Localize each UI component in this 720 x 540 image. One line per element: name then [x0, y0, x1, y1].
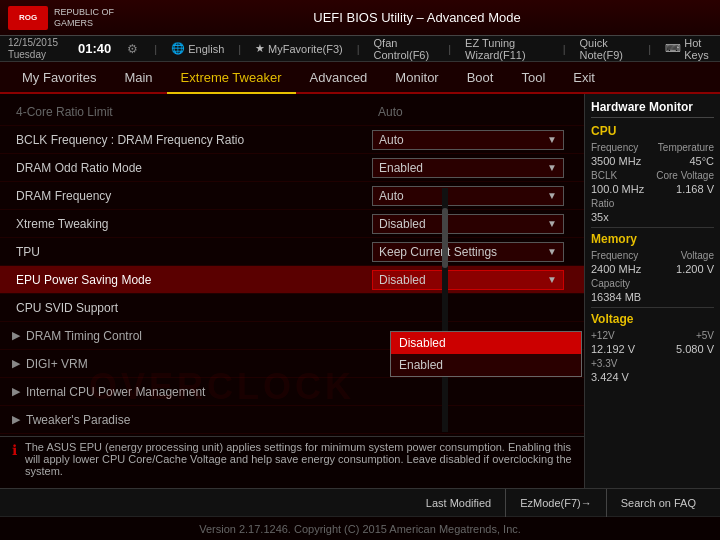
dropdown-xtreme-value: Disabled — [379, 217, 426, 231]
expand-tweakers-paradise[interactable]: ▶ Tweaker's Paradise — [0, 406, 584, 434]
ez-tuning-label: EZ Tuning Wizard(F11) — [465, 37, 549, 61]
rog-logo: ROG — [8, 6, 48, 30]
hw-cpu-title: CPU — [591, 124, 714, 138]
scrollbar-thumb[interactable] — [442, 208, 448, 268]
nav-my-favorites[interactable]: My Favorites — [8, 61, 110, 93]
expand-label-tweakers: Tweaker's Paradise — [26, 413, 130, 427]
dropdown-option-disabled[interactable]: Disabled — [391, 332, 581, 354]
quick-note-btn[interactable]: Quick Note(F9) — [580, 37, 635, 61]
my-favorites-btn[interactable]: ★ MyFavorite(F3) — [255, 42, 343, 55]
star-icon: ★ — [255, 42, 265, 55]
expand-label-dram: DRAM Timing Control — [26, 329, 142, 343]
setting-row-xtreme: Xtreme Tweaking Disabled ▼ — [0, 210, 584, 238]
setting-value-xtreme[interactable]: Disabled ▼ — [372, 214, 572, 234]
hw-bclk-row: BCLK Core Voltage — [591, 170, 714, 181]
settings-list: 4-Core Ratio Limit Auto BCLK Frequency :… — [0, 94, 584, 438]
nav-advanced[interactable]: Advanced — [296, 61, 382, 93]
language-selector[interactable]: 🌐 English — [171, 42, 224, 55]
date: 12/15/2015 — [8, 37, 58, 49]
ez-mode-btn[interactable]: EzMode(F7)→ — [506, 489, 607, 517]
chevron-right-icon-3: ▶ — [12, 385, 20, 398]
hw-voltage-title: Voltage — [591, 312, 714, 326]
dropdown-dram-freq-arrow: ▼ — [547, 190, 557, 201]
dropdown-epu[interactable]: Disabled ▼ — [372, 270, 564, 290]
ez-tuning-btn[interactable]: EZ Tuning Wizard(F11) — [465, 37, 549, 61]
nav-boot[interactable]: Boot — [453, 61, 508, 93]
content-area: OVERCLOCK 4-Core Ratio Limit Auto BCLK F… — [0, 94, 720, 488]
logo-text: REPUBLIC OF GAMERS — [54, 7, 114, 29]
setting-value-epu[interactable]: Disabled ▼ — [372, 270, 572, 290]
hot-keys-btn[interactable]: ⌨ Hot Keys — [665, 37, 712, 61]
qfan-btn[interactable]: Qfan Control(F6) — [374, 37, 435, 61]
dropdown-dram-freq[interactable]: Auto ▼ — [372, 186, 564, 206]
dropdown-option-enabled[interactable]: Enabled — [391, 354, 581, 376]
dropdown-xtreme[interactable]: Disabled ▼ — [372, 214, 564, 234]
status-bar: Version 2.17.1246. Copyright (C) 2015 Am… — [0, 516, 720, 540]
nav-bar: My Favorites Main Extreme Tweaker Advanc… — [0, 62, 720, 94]
hw-monitor-title: Hardware Monitor — [591, 100, 714, 118]
setting-row-dram-odd: DRAM Odd Ratio Mode Enabled ▼ — [0, 154, 584, 182]
hw-divider-2 — [591, 307, 714, 308]
setting-label-4core: 4-Core Ratio Limit — [16, 105, 372, 119]
hw-v12-value: 12.192 V — [591, 343, 635, 355]
value-4core: Auto — [372, 103, 564, 121]
nav-extreme-tweaker[interactable]: Extreme Tweaker — [167, 62, 296, 94]
setting-value-dram-odd[interactable]: Enabled ▼ — [372, 158, 572, 178]
hw-v12-row: +12V +5V — [591, 330, 714, 341]
hw-cpu-freq-val-row: 3500 MHz 45°C — [591, 155, 714, 167]
hw-mem-cap-label: Capacity — [591, 278, 630, 289]
nav-exit[interactable]: Exit — [559, 61, 609, 93]
qfan-label: Qfan Control(F6) — [374, 37, 435, 61]
setting-value-bclk[interactable]: Auto ▼ — [372, 130, 572, 150]
nav-main[interactable]: Main — [110, 61, 166, 93]
last-modified-btn[interactable]: Last Modified — [412, 489, 506, 517]
hw-cpu-freq-value: 3500 MHz — [591, 155, 641, 167]
hw-v33-val-row: 3.424 V — [591, 371, 714, 383]
setting-label-xtreme: Xtreme Tweaking — [16, 217, 372, 231]
hw-mem-cap-row: Capacity — [591, 278, 714, 289]
info-bar: ℹ The ASUS EPU (energy processing unit) … — [0, 436, 584, 488]
hw-bclk-value: 100.0 MHz — [591, 183, 644, 195]
dropdown-bclk-value: Auto — [379, 133, 404, 147]
nav-tool[interactable]: Tool — [507, 61, 559, 93]
dropdown-tpu[interactable]: Keep Current Settings ▼ — [372, 242, 564, 262]
setting-row-4core: 4-Core Ratio Limit Auto — [0, 98, 584, 126]
nav-monitor[interactable]: Monitor — [381, 61, 452, 93]
expand-cpu-power[interactable]: ▶ Internal CPU Power Management — [0, 378, 584, 406]
search-faq-btn[interactable]: Search on FAQ — [607, 489, 710, 517]
setting-label-bclk: BCLK Frequency : DRAM Frequency Ratio — [16, 133, 372, 147]
hw-v33-label: +3.3V — [591, 358, 617, 369]
hw-bclk-val-row: 100.0 MHz 1.168 V — [591, 183, 714, 195]
status-text: Version 2.17.1246. Copyright (C) 2015 Am… — [199, 523, 521, 535]
hw-v5-label: +5V — [696, 330, 714, 341]
hw-v12-label: +12V — [591, 330, 615, 341]
setting-value-dram-freq[interactable]: Auto ▼ — [372, 186, 572, 206]
hw-cpu-freq-label: Frequency — [591, 142, 638, 153]
dropdown-bclk-arrow: ▼ — [547, 134, 557, 145]
hw-bclk-label: BCLK — [591, 170, 617, 181]
dropdown-epu-value: Disabled — [379, 273, 426, 287]
globe-icon: 🌐 — [171, 42, 185, 55]
dropdown-tpu-value: Keep Current Settings — [379, 245, 497, 259]
footer: Last Modified EzMode(F7)→ Search on FAQ — [0, 488, 720, 516]
hw-core-v-label: Core Voltage — [656, 170, 714, 181]
setting-row-dram-freq: DRAM Frequency Auto ▼ — [0, 182, 584, 210]
hw-mem-freq-value: 2400 MHz — [591, 263, 641, 275]
hw-v33-value: 3.424 V — [591, 371, 629, 383]
language-label: English — [188, 43, 224, 55]
hardware-monitor-panel: Hardware Monitor CPU Frequency Temperatu… — [584, 94, 720, 488]
keyboard-icon: ⌨ — [665, 42, 681, 55]
setting-row-epu: EPU Power Saving Mode Disabled ▼ — [0, 266, 584, 294]
dropdown-bclk[interactable]: Auto ▼ — [372, 130, 564, 150]
main-panel: OVERCLOCK 4-Core Ratio Limit Auto BCLK F… — [0, 94, 584, 488]
dropdown-dram-odd-arrow: ▼ — [547, 162, 557, 173]
setting-value-tpu[interactable]: Keep Current Settings ▼ — [372, 242, 572, 262]
hw-divider-1 — [591, 227, 714, 228]
toolbar: 12/15/2015 Tuesday 01:40 ⚙ | 🌐 English |… — [0, 36, 720, 62]
hw-cpu-temp-label: Temperature — [658, 142, 714, 153]
scrollbar[interactable] — [442, 188, 448, 432]
expand-label-digi: DIGI+ VRM — [26, 357, 88, 371]
dropdown-dram-odd[interactable]: Enabled ▼ — [372, 158, 564, 178]
datetime: 12/15/2015 Tuesday — [8, 37, 64, 61]
setting-value-4core: Auto — [372, 103, 572, 121]
